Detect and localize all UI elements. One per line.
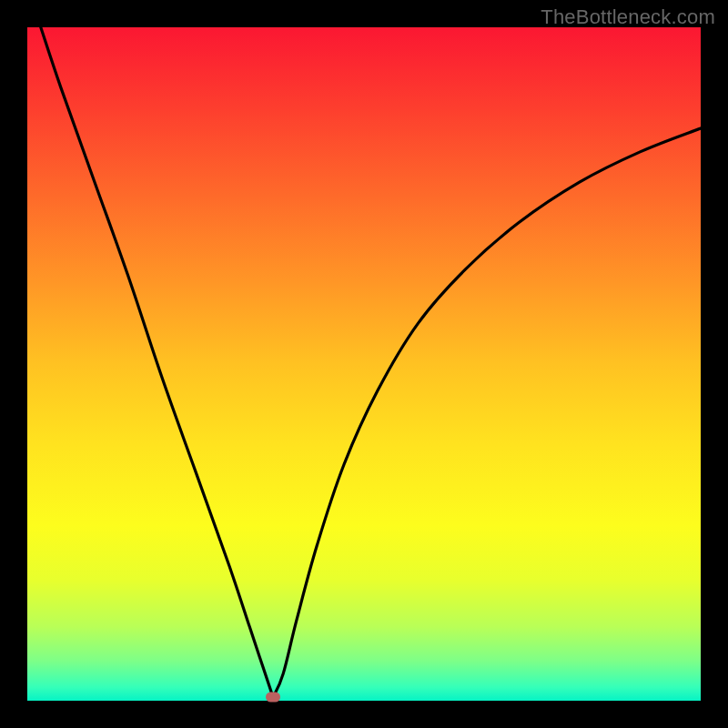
curve-left-branch bbox=[41, 27, 273, 697]
chart-frame: TheBottleneck.com bbox=[0, 0, 728, 728]
watermark-label: TheBottleneck.com bbox=[541, 5, 715, 29]
minimum-marker bbox=[266, 692, 280, 702]
bottleneck-curve bbox=[27, 27, 701, 701]
curve-right-branch bbox=[273, 128, 701, 697]
plot-area bbox=[27, 27, 701, 701]
